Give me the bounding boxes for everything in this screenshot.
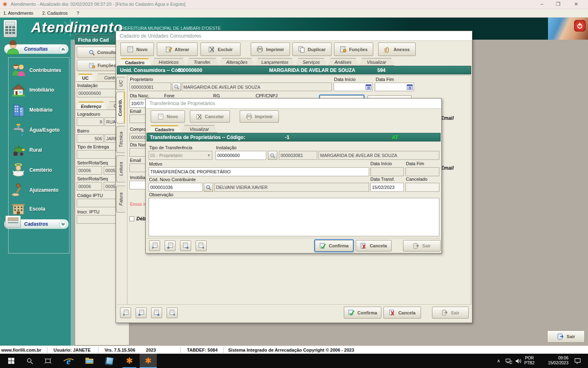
observacao-textarea[interactable] [149, 198, 439, 236]
transfer-nav-prev-button[interactable] [165, 240, 176, 251]
main-sair-button[interactable]: Sair [547, 330, 585, 343]
ficha-tab-uc[interactable]: UC [76, 74, 95, 82]
cod-novo-search-button[interactable] [204, 183, 213, 192]
novo-contribuinte-name-field[interactable]: DELVANI VIEIRA XAVIER [214, 183, 369, 192]
status-site[interactable]: www.fiorilli.com.br [1, 348, 41, 352]
uc-side-tab-uc[interactable]: UC [116, 77, 125, 90]
collapse-chevron-up-icon[interactable] [59, 45, 67, 53]
uc-excluir-button[interactable]: Excluir [200, 43, 241, 56]
deb-checkbox[interactable] [129, 216, 134, 221]
sidebar-item-cemiterio[interactable]: Cemitério [11, 161, 68, 180]
taskbar-search-icon[interactable] [24, 354, 36, 368]
transfer-imprimir-button[interactable]: Imprimir [240, 110, 279, 123]
uc-funcoes-button[interactable]: Funções [334, 43, 373, 56]
proprietario-code-field[interactable]: 000003081 [129, 83, 171, 91]
uc-novo-button[interactable]: Novo [120, 43, 154, 56]
sidebar-scrollbar[interactable] [71, 40, 74, 346]
tray-clock[interactable]: 09:06 15/02/2023 [540, 356, 568, 366]
uc-confirma-button[interactable]: Confirma [344, 307, 381, 319]
uc-tab-historicos[interactable]: Históricos [151, 58, 186, 66]
uc-tab-visualizar[interactable]: Visualizar [359, 58, 394, 66]
tray-chevron-up-icon[interactable]: ∧ [494, 354, 503, 368]
cancelado-field[interactable] [405, 183, 439, 192]
notification-center-icon[interactable] [572, 354, 583, 368]
transfer-cancelar-button[interactable]: Cancelar [190, 110, 230, 123]
uc-anexos-button[interactable]: Anexos [378, 43, 416, 56]
maximize-button[interactable]: ❐ [552, 1, 564, 7]
uc-tab-transfer[interactable]: Transfer. [186, 58, 219, 66]
uc-nav-next-button[interactable] [151, 307, 162, 318]
uc-tab-servicos[interactable]: Serviços [295, 58, 327, 66]
sidebar-item-agua-esgoto[interactable]: Água/Esgoto [11, 121, 68, 139]
internet-explorer-icon[interactable]: e [62, 354, 75, 368]
uc-data-fim-field[interactable] [375, 83, 414, 91]
uc-side-tab-leitura[interactable]: Leitura [116, 155, 125, 182]
transfer-tab-cadastro[interactable]: Cadastro [148, 125, 181, 133]
menu-help[interactable]: ? [77, 11, 79, 16]
uc-side-tab-fatura[interactable]: Fatura [116, 186, 125, 213]
calendar-icon[interactable] [407, 84, 413, 90]
transfer-nav-last-button[interactable] [196, 240, 207, 251]
motivo-input[interactable] [149, 167, 369, 176]
menu-atendimento[interactable]: 1. Atendimento [3, 11, 33, 16]
app-fiorilli-1-icon[interactable]: ✱ [122, 354, 136, 368]
power-button-icon[interactable] [574, 20, 586, 31]
app-blue-icon[interactable] [103, 354, 116, 368]
setor1-field-a[interactable]: 00006 [77, 166, 102, 175]
transfer-tab-visualizar[interactable]: Visualizar [181, 125, 217, 133]
transfer-prop-code-field[interactable]: 000003081 [279, 151, 317, 160]
logradouro-num-field[interactable]: 9 [77, 117, 104, 126]
bairro-num-field[interactable]: 506 [77, 134, 104, 143]
transfer-sair-button[interactable]: Sair [403, 240, 441, 251]
cod-novo-contribuinte-input[interactable] [149, 183, 203, 192]
sidebar-item-mobiliario[interactable]: Mobiliário [11, 101, 68, 119]
transfer-dialog-titlebar[interactable]: Transferência de Proprietários [146, 99, 441, 109]
proprietario-name-field[interactable]: MARGARIDA DE AVELAR DE SOUZA [182, 83, 332, 91]
uc-nav-prev-button[interactable] [136, 307, 147, 318]
app-fiorilli-2-icon-active[interactable]: ✱ [140, 354, 157, 368]
uc-nav-last-button[interactable] [167, 307, 178, 318]
uc-imprimir-button[interactable]: Imprimir [251, 43, 290, 56]
tipo-transferencia-select[interactable]: 01 - Proprietário ▼ [149, 151, 212, 160]
sidebar-item-contribuintes[interactable]: Contribuintes [11, 61, 68, 80]
data-transf-input[interactable] [370, 183, 404, 192]
calendar-icon[interactable] [365, 84, 372, 90]
sidebar-item-ajuizamento[interactable]: Ajuizamento [11, 181, 70, 200]
uc-tab-alteracoes[interactable]: Alterações [219, 58, 254, 66]
uc-side-tab-tecnica[interactable]: Técnica [116, 126, 125, 153]
proprietario-search-button[interactable] [172, 83, 181, 91]
network-icon[interactable] [504, 354, 514, 368]
tab-endereco[interactable]: Endereço [76, 101, 106, 110]
transfer-instalacao-search-button[interactable] [268, 151, 277, 160]
close-button[interactable]: ✕ [570, 1, 582, 7]
transfer-data-inicio-field[interactable] [370, 167, 404, 176]
tray-language[interactable]: POR PTB2 [524, 356, 535, 366]
uc-dialog-titlebar[interactable]: Cadastro de Unidades Consumidores [116, 31, 472, 41]
transfer-nav-first-button[interactable] [149, 240, 160, 251]
menu-cadastros[interactable]: 2. Cadastros [42, 11, 67, 16]
uc-tab-analises[interactable]: Análises [327, 58, 359, 66]
uc-alterar-button[interactable]: Alterar [157, 43, 198, 56]
transfer-cancela-button[interactable]: Cancela [356, 240, 392, 251]
minimize-button[interactable]: – [536, 1, 548, 7]
setor2-field-a[interactable]: 00006 [77, 182, 102, 191]
sidebar-item-imobiliario[interactable]: Imobiliário [11, 81, 68, 99]
uc-duplicar-button[interactable]: Duplicar [292, 43, 332, 56]
sidebar-item-rural[interactable]: Rural [11, 141, 68, 159]
uc-sair-button[interactable]: Sair [432, 307, 469, 319]
start-button[interactable] [4, 354, 18, 368]
transfer-data-fim-field[interactable] [405, 167, 439, 176]
uc-nav-first-button[interactable] [120, 307, 131, 318]
transfer-novo-button[interactable]: Novo [151, 110, 185, 123]
uc-data-inicio-field[interactable] [334, 83, 373, 91]
uc-tab-lancamentos[interactable]: Lançamentos [255, 58, 295, 66]
transfer-nav-next-button[interactable] [180, 240, 191, 251]
transfer-prop-name-field[interactable]: MARGARIDA DE AVELAR DE SOUZA [318, 151, 439, 160]
transfer-instalacao-input[interactable] [216, 151, 266, 160]
uc-tab-cadastro[interactable]: Cadastro [118, 58, 151, 66]
uc-side-tab-contrib[interactable]: Contrib. [116, 92, 125, 123]
speaker-icon[interactable] [514, 354, 523, 368]
expand-chevron-down-icon[interactable] [59, 220, 67, 228]
uc-cancela-button[interactable]: Cancela [383, 307, 421, 319]
transfer-confirma-button[interactable]: Confirma [315, 240, 353, 251]
